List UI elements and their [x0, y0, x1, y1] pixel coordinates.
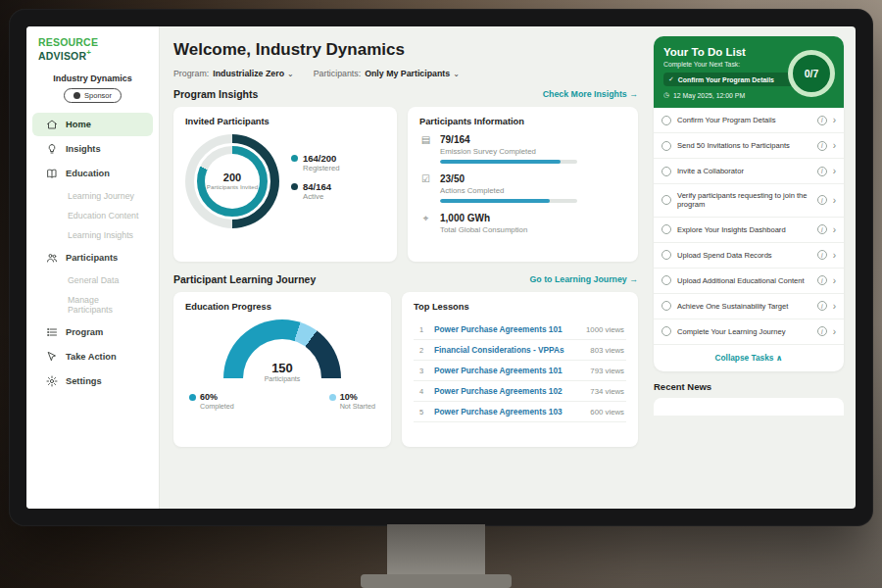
dashboard-screen: RESOURCE ADVISOR+ Industry Dynamics Spon… [26, 26, 856, 509]
emission-progress-bar [440, 160, 577, 164]
todo-panel: Your To Do List Complete Your Next Task:… [652, 26, 856, 509]
card-title: Participants Information [419, 117, 626, 126]
task-checkbox[interactable] [662, 167, 671, 176]
task-label: Invite a Collaborator [677, 167, 811, 175]
chevron-right-icon[interactable]: › [833, 326, 836, 337]
task-checkbox[interactable] [662, 250, 671, 260]
lesson-row[interactable]: 1 Power Purchase Agreements 101 1000 vie… [414, 319, 626, 340]
main-content: Welcome, Industry Dynamics Program:Indus… [160, 26, 652, 509]
participants-filter[interactable]: Participants:Only My Participants⌄ [314, 69, 460, 78]
sidebar-item-home[interactable]: Home [32, 113, 153, 136]
collapse-tasks-link[interactable]: Collapse Tasks ∧ [654, 345, 844, 371]
chevron-right-icon[interactable]: › [833, 301, 836, 312]
program-filter-label: Program: [173, 69, 209, 78]
chevron-right-icon[interactable]: › [833, 250, 836, 261]
lesson-title-link[interactable]: Power Purchase Agreements 102 [434, 386, 583, 396]
task-row[interactable]: Send 50 Invitations to Participants i › [654, 133, 844, 159]
task-checkbox[interactable] [662, 116, 671, 125]
todo-card: Your To Do List Complete Your Next Task:… [654, 36, 844, 371]
task-checkbox[interactable] [662, 195, 671, 205]
task-checkbox[interactable] [662, 141, 671, 151]
sidebar-item-education-content[interactable]: Education Content [32, 206, 153, 225]
task-row[interactable]: Upload Additional Educational Content i … [654, 269, 844, 294]
sidebar-item-participants[interactable]: Participants [32, 246, 153, 270]
task-row[interactable]: Complete Your Learning Journey i › [654, 319, 844, 345]
check-more-insights-link[interactable]: Check More Insights → [543, 89, 638, 99]
legend-item-active: 84/164 Active [291, 181, 340, 201]
task-checkbox[interactable] [662, 275, 671, 285]
info-icon[interactable]: i [817, 224, 827, 234]
sidebar-item-learning-insights[interactable]: Learning Insights [32, 225, 153, 245]
task-row[interactable]: Confirm Your Program Details i › [654, 108, 844, 133]
info-icon[interactable]: i [817, 275, 827, 285]
card-title: Invited Participants [185, 117, 385, 126]
lesson-row[interactable]: 5 Power Purchase Agreements 103 600 view… [414, 402, 626, 422]
education-progress-card: Education Progress 150 Participants 60 [173, 292, 391, 447]
task-row[interactable]: Explore Your Insights Dashboard i › [654, 218, 844, 243]
chevron-right-icon[interactable]: › [833, 224, 836, 235]
lesson-title-link[interactable]: Power Purchase Agreements 101 [434, 366, 583, 375]
invited-donut-chart: 200 Participants Invited [185, 134, 279, 228]
legend-dot [291, 155, 298, 162]
info-icon[interactable]: i [817, 250, 827, 260]
task-checkbox[interactable] [662, 301, 671, 311]
info-icon[interactable]: i [817, 167, 827, 176]
stat-emission-survey: ▤ 79/164 Emission Survey Completed [419, 134, 626, 164]
checkbox-icon: ☑ [419, 173, 432, 203]
sidebar-item-manage-participants[interactable]: Manage Participants [32, 290, 153, 319]
scene: RESOURCE ADVISOR+ Industry Dynamics Spon… [0, 0, 882, 588]
info-icon[interactable]: i [817, 326, 827, 336]
lesson-views: 803 views [590, 346, 624, 355]
lesson-views: 734 views [590, 387, 624, 396]
lesson-row[interactable]: 4 Power Purchase Agreements 102 734 view… [414, 381, 626, 402]
chevron-right-icon[interactable]: › [833, 275, 836, 286]
section-title: Program Insights [173, 88, 258, 100]
lesson-row[interactable]: 2 Financial Considerations - VPPAs 803 v… [414, 340, 626, 361]
gauge-center-value: 150 [223, 361, 341, 375]
lesson-row[interactable]: 3 Power Purchase Agreements 101 793 view… [414, 361, 626, 381]
sidebar-item-general-data[interactable]: General Data [32, 270, 153, 290]
sidebar-item-take-action[interactable]: Take Action [32, 345, 153, 368]
info-icon[interactable]: i [817, 141, 827, 151]
section-title: Participant Learning Journey [173, 273, 316, 285]
org-name: Industry Dynamics [26, 74, 159, 83]
lesson-title-link[interactable]: Power Purchase Agreements 103 [434, 407, 583, 416]
task-row[interactable]: Upload Spend Data Records i › [654, 243, 844, 269]
task-checkbox[interactable] [662, 326, 671, 336]
legend-dot [291, 183, 298, 190]
sidebar-item-insights[interactable]: Insights [32, 137, 153, 161]
info-icon[interactable]: i [817, 116, 827, 125]
donut-center-value: 200 [223, 172, 241, 183]
sponsor-label: Sponsor [84, 91, 112, 100]
sidebar-item-label: Education [66, 169, 110, 178]
invited-legend: 164/200 Registered 84/164 Active [291, 153, 340, 210]
lesson-number: 5 [416, 408, 427, 416]
clock-icon: ◷ [663, 91, 669, 99]
info-icon[interactable]: i [817, 195, 827, 205]
go-to-learning-journey-link[interactable]: Go to Learning Journey → [530, 274, 638, 284]
task-checkbox[interactable] [662, 224, 671, 234]
todo-header: Your To Do List Complete Your Next Task:… [654, 36, 844, 108]
chevron-right-icon[interactable]: › [833, 140, 836, 151]
sidebar-item-settings[interactable]: Settings [32, 369, 153, 393]
participants-information-card: Participants Information ▤ 79/164 Emissi… [408, 107, 638, 262]
home-icon [46, 119, 58, 130]
logo-text-secondary: ADVISOR [38, 50, 86, 62]
sidebar-item-program[interactable]: Program [32, 320, 153, 344]
chevron-right-icon[interactable]: › [833, 166, 836, 176]
chevron-right-icon[interactable]: › [833, 115, 836, 125]
program-filter[interactable]: Program:Industrialize Zero⌄ [173, 69, 294, 78]
chevron-down-icon: ⌄ [287, 70, 294, 78]
sponsor-badge[interactable]: Sponsor [64, 88, 122, 103]
lesson-title-link[interactable]: Financial Considerations - VPPAs [434, 345, 583, 355]
chevron-right-icon[interactable]: › [833, 195, 836, 206]
sidebar-item-education[interactable]: Education [32, 162, 153, 185]
task-row[interactable]: Verify participants requesting to join t… [654, 184, 844, 218]
monitor-bezel: RESOURCE ADVISOR+ Industry Dynamics Spon… [9, 9, 873, 526]
lesson-title-link[interactable]: Power Purchase Agreements 101 [434, 324, 579, 334]
task-row[interactable]: Invite a Collaborator i › [654, 159, 844, 184]
sidebar-item-learning-journey[interactable]: Learning Journey [32, 186, 153, 206]
todo-next-task[interactable]: ✓ Confirm Your Program Details [663, 73, 799, 86]
info-icon[interactable]: i [817, 301, 827, 311]
task-row[interactable]: Achieve One Sustainability Target i › [654, 294, 844, 319]
